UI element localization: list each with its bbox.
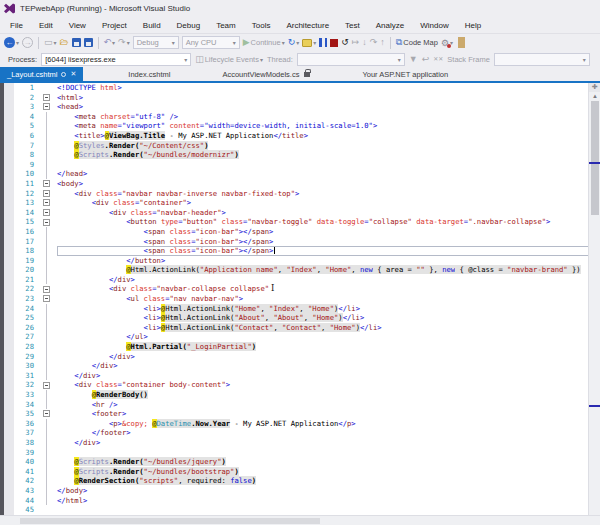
fold-collapse-icon[interactable]	[40, 102, 52, 112]
code-folding-margin[interactable]	[40, 83, 52, 525]
comment-button[interactable]: ▾	[302, 39, 316, 47]
menu-item-build[interactable]: Build	[135, 19, 169, 32]
code-line[interactable]: <span class="icon-bar"></span>	[57, 246, 600, 256]
code-line[interactable]: </ul>	[57, 332, 600, 342]
menu-item-architecture[interactable]: Architecture	[278, 19, 337, 32]
code-line[interactable]: @Scripts.Render("~/bundles/modernizr")	[57, 150, 600, 160]
code-line[interactable]: <title>@ViewBag.Title - My ASP.NET Appli…	[57, 131, 600, 141]
code-line[interactable]: </div>	[57, 361, 600, 371]
redo-button[interactable]: ↷▾	[118, 38, 130, 47]
code-line[interactable]: </div>	[57, 352, 600, 362]
flag-threads-icon[interactable]: ↩	[422, 55, 430, 64]
code-line[interactable]: <div class="container body-content">	[57, 380, 600, 390]
horizontal-scrollbar-thumb[interactable]	[20, 518, 320, 524]
code-map-button[interactable]: ⧉Code Map	[396, 38, 438, 47]
menu-item-analyze[interactable]: Analyze	[368, 19, 412, 32]
code-line[interactable]: @Scripts.Render("~/bundles/jquery")	[57, 457, 600, 467]
thread-select[interactable]: ▾	[297, 53, 405, 66]
stop-button[interactable]	[330, 39, 338, 47]
code-line[interactable]: <meta name="viewport" content="width=dev…	[57, 121, 600, 131]
horizontal-scrollbar[interactable]	[0, 515, 600, 525]
fold-collapse-icon[interactable]	[40, 380, 52, 390]
menu-item-window[interactable]: Window	[412, 19, 456, 32]
code-line[interactable]: </html>	[57, 496, 600, 506]
code-line[interactable]: <li>@Html.ActionLink("About", "About", "…	[57, 313, 600, 323]
menu-item-tools[interactable]: Tools	[244, 19, 279, 32]
fold-collapse-icon[interactable]	[40, 198, 52, 208]
code-line[interactable]: <div class="navbar-header">	[57, 208, 600, 218]
tab--layout-cshtml[interactable]: _Layout.cshtml✕	[0, 67, 83, 81]
save-button[interactable]	[72, 38, 81, 47]
fold-collapse-icon[interactable]	[40, 93, 52, 103]
code-line[interactable]: <div class="container">	[57, 198, 600, 208]
step-into-button[interactable]: ↓	[362, 38, 367, 47]
splitter-handle-icon[interactable]: ✚	[589, 83, 600, 92]
filter-threads-icon[interactable]: ▼	[409, 55, 418, 64]
code-area[interactable]: <!DOCTYPE html><html><head> <meta charse…	[52, 83, 600, 525]
scrollbar-up-icon[interactable]: ▲	[589, 93, 600, 99]
code-line[interactable]: </footer>	[57, 428, 600, 438]
restart-button[interactable]: ↺	[341, 38, 349, 47]
code-line[interactable]: </div>	[57, 371, 600, 381]
fold-collapse-icon[interactable]	[40, 409, 52, 419]
code-line[interactable]: <p>&copy; @DateTime.Now.Year - My ASP.NE…	[57, 419, 600, 429]
fold-collapse-icon[interactable]	[40, 294, 52, 304]
show-next-statement-button[interactable]: ↦	[352, 38, 360, 47]
platform-select[interactable]: Any CPU▾	[182, 36, 240, 49]
lifecycle-events-button[interactable]: ◫Lifecycle Events▾	[195, 55, 263, 64]
navigate-back-button[interactable]: ←▾	[4, 37, 19, 48]
code-line[interactable]: <li>@Html.ActionLink("Home", "Index", "H…	[57, 304, 600, 314]
vertical-scrollbar[interactable]: ✚ ▲	[588, 83, 600, 515]
code-line[interactable]: <hr />	[57, 400, 600, 410]
code-line[interactable]: <span class="icon-bar"></span>	[57, 227, 600, 237]
tab-index-cshtml[interactable]: Index.cshtml	[121, 67, 177, 81]
code-line[interactable]: <html>	[57, 93, 600, 103]
code-line[interactable]: <span class="icon-bar"></span>	[57, 237, 600, 247]
navigate-forward-button[interactable]: →	[22, 37, 33, 48]
fold-collapse-icon[interactable]	[40, 189, 52, 199]
code-line[interactable]	[57, 505, 600, 515]
code-line[interactable]: <ul class="nav navbar-nav">	[57, 294, 600, 304]
code-line[interactable]: <div class="navbar-collapse collapse"I	[57, 284, 600, 294]
fold-collapse-icon[interactable]	[40, 208, 52, 218]
code-line[interactable]: </button>	[57, 256, 600, 266]
tab-your-asp-net-application[interactable]: Your ASP.NET application	[355, 67, 455, 81]
code-line[interactable]: <body>	[57, 179, 600, 189]
step-out-button[interactable]: ↑	[380, 38, 385, 47]
close-icon[interactable]: ✕	[70, 70, 76, 78]
menu-item-team[interactable]: Team	[208, 19, 244, 32]
code-line[interactable]: @Html.ActionLink("Application name", "In…	[57, 265, 600, 275]
code-line[interactable]: <button type="button" class="navbar-togg…	[57, 217, 600, 227]
code-line[interactable]: <li>@Html.ActionLink("Contact", "Contact…	[57, 323, 600, 333]
pause-button[interactable]	[319, 38, 327, 47]
code-line[interactable]: </head>	[57, 169, 600, 179]
menu-item-view[interactable]: View	[61, 19, 94, 32]
open-file-button[interactable]: 🗁︎	[60, 38, 69, 47]
diagnostic-tools-button[interactable]: ⚙▾	[441, 38, 453, 48]
code-line[interactable]: @Html.Partial("_LoginPartial")	[57, 342, 600, 352]
code-line[interactable]: @RenderSection("scripts", required: fals…	[57, 476, 600, 486]
code-line[interactable]: <meta charset="utf-8" />	[57, 112, 600, 122]
suspend-threads-icon[interactable]: ✕✕	[433, 55, 443, 64]
process-select[interactable]: [6044] iisexpress.exe▾	[41, 53, 191, 66]
code-line[interactable]	[57, 448, 600, 458]
fold-collapse-icon[interactable]	[40, 284, 52, 294]
step-over-button[interactable]: ↷	[370, 38, 378, 47]
refresh-button[interactable]: ↻▾	[288, 38, 300, 47]
code-line[interactable]: <footer>	[57, 409, 600, 419]
scrollbar-thumb[interactable]	[591, 101, 599, 215]
debug-configuration-select[interactable]: Debug▾	[133, 36, 179, 49]
code-line[interactable]: <head>	[57, 102, 600, 112]
undo-button[interactable]: ↶▾	[104, 38, 116, 47]
continue-button[interactable]: ▶Continue▾	[243, 38, 285, 47]
fold-collapse-icon[interactable]	[40, 179, 52, 189]
code-line[interactable]: @RenderBody()	[57, 390, 600, 400]
menu-item-project[interactable]: Project	[94, 19, 135, 32]
code-line[interactable]: </div>	[57, 438, 600, 448]
code-line[interactable]: <div class="navbar navbar-inverse navbar…	[57, 189, 600, 199]
fold-collapse-icon[interactable]	[40, 217, 52, 227]
code-line[interactable]	[57, 160, 600, 170]
code-line[interactable]: @Scripts.Render("~/bundles/bootstrap")	[57, 467, 600, 477]
save-all-button[interactable]	[84, 38, 93, 47]
menu-item-file[interactable]: File	[2, 19, 31, 32]
